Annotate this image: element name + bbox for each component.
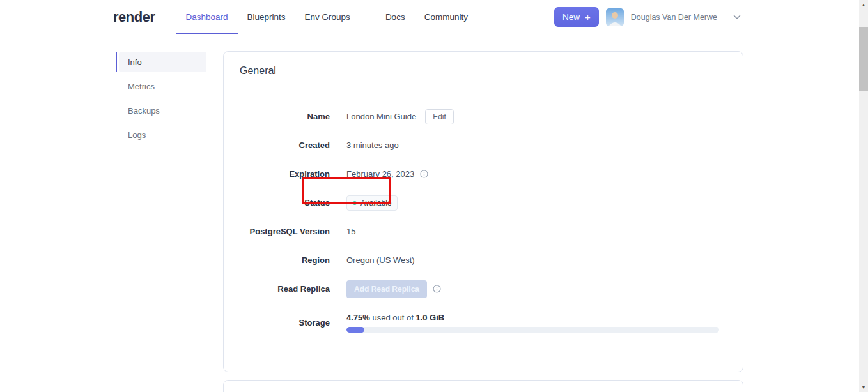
sidebar-item-label: Backups [128,106,160,116]
scrollbar-down-arrow[interactable]: ▼ [859,382,868,392]
read-replica-row: Read Replica Add Read Replica [240,275,727,303]
next-card [223,380,743,392]
storage-used-pct: 4.75% [346,313,370,322]
region-label: Region [240,255,330,265]
region-row: Region Oregon (US West) [240,246,727,275]
storage-row: Storage 4.75% used out of 1.0 GiB [240,303,727,342]
nav-item-label: Dashboard [185,12,228,22]
nav-item-dashboard[interactable]: Dashboard [176,0,237,34]
storage-progress-bar [346,327,719,333]
sidebar-item-label: Metrics [128,82,155,91]
created-row: Created 3 minutes ago [240,131,727,160]
sidebar: Info Metrics Backups Logs [116,52,206,149]
name-value: London Mini Guide [346,112,416,121]
storage-progress-fill [346,327,364,333]
scrollbar-up-arrow[interactable]: ▲ [859,0,868,10]
main-content: Info Metrics Backups Logs General Name L… [0,34,859,392]
pg-version-value: 15 [346,227,355,236]
name-value-group: London Mini Guide Edit [346,109,454,124]
sidebar-item-logs[interactable]: Logs [119,124,206,145]
name-label: Name [240,112,330,121]
read-replica-label: Read Replica [240,284,330,294]
nav-item-label: Env Groups [305,12,350,22]
sidebar-item-label: Info [128,57,142,67]
storage-middle-text: used out of [370,313,416,322]
created-label: Created [240,140,330,150]
status-row: Status Available [240,188,727,217]
pg-version-row: PostgreSQL Version 15 [240,217,727,246]
sidebar-item-backups[interactable]: Backups [119,100,206,121]
sidebar-item-label: Logs [128,130,146,140]
edit-name-button[interactable]: Edit [425,109,454,124]
pg-version-label: PostgreSQL Version [240,227,330,236]
nav-item-label: Community [424,12,468,22]
nav-item-community[interactable]: Community [415,0,477,34]
storage-total: 1.0 GiB [415,313,444,322]
created-value: 3 minutes ago [346,140,399,150]
add-read-replica-button[interactable]: Add Read Replica [346,280,427,298]
card-title: General [224,52,743,77]
chevron-down-icon[interactable] [733,15,741,20]
storage-usage-text: 4.75% used out of 1.0 GiB [346,313,719,322]
expiration-row: Expiration February 26, 2023 [240,160,727,188]
top-nav: render Dashboard Blueprints Env Groups D… [0,0,868,34]
new-button-label: New [562,12,580,22]
region-value: Oregon (US West) [346,255,415,265]
status-dot-icon [353,201,357,205]
user-avatar[interactable] [606,8,624,26]
sidebar-item-info[interactable]: Info [119,52,206,72]
scrollbar[interactable]: ▲ ▼ [859,0,868,392]
storage-value-group: 4.75% used out of 1.0 GiB [346,313,719,333]
nav-inner: render Dashboard Blueprints Env Groups D… [113,0,741,34]
expiration-info-icon[interactable] [420,170,428,178]
name-row: Name London Mini Guide Edit [240,102,727,131]
nav-item-label: Blueprints [247,12,286,22]
app-logo[interactable]: render [113,9,155,26]
nav-item-blueprints[interactable]: Blueprints [238,0,295,34]
nav-item-env-groups[interactable]: Env Groups [295,0,360,34]
read-replica-info-icon[interactable] [433,285,441,293]
nav-item-label: Docs [385,12,405,22]
nav-item-docs[interactable]: Docs [376,0,415,34]
user-menu-name[interactable]: Douglas Van Der Merwe [631,13,717,22]
expiration-value: February 26, 2023 [346,169,414,179]
nav-links: Dashboard Blueprints Env Groups Docs Com… [176,0,477,34]
status-value: Available [360,199,391,207]
new-button[interactable]: New + [554,7,599,27]
general-card: General Name London Mini Guide Edit Crea… [223,51,743,372]
status-badge: Available [346,195,398,211]
storage-label: Storage [240,318,330,328]
nav-divider [368,10,368,24]
plus-icon: + [585,13,591,21]
sidebar-item-metrics[interactable]: Metrics [119,76,206,96]
expiration-label: Expiration [240,169,330,179]
info-rows: Name London Mini Guide Edit Created 3 mi… [224,89,743,342]
scrollbar-thumb[interactable] [859,27,868,91]
nav-right: New + Douglas Van Der Merwe [554,0,741,34]
status-label: Status [240,198,330,207]
